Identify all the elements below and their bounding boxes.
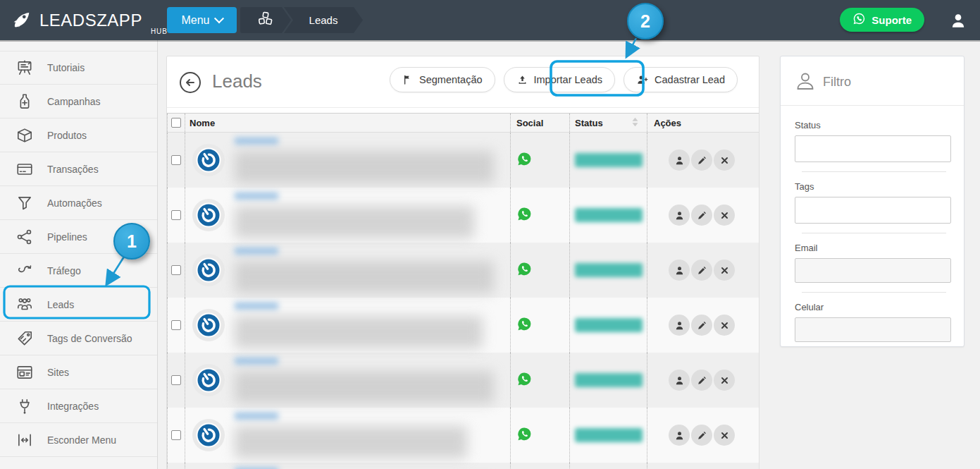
breadcrumb-current-label: Leads [309, 14, 338, 26]
cadastrar-lead-button[interactable]: Cadastrar Lead [624, 67, 738, 92]
edit-lead-button[interactable] [691, 150, 712, 171]
delete-lead-button[interactable] [714, 260, 735, 281]
app-logo: LEADSZAPP HUB [11, 0, 168, 40]
view-lead-button[interactable] [669, 260, 690, 281]
sidebar-item-esconder-menu[interactable]: Esconder Menu [0, 423, 157, 457]
sidebar-item-label: Leads [47, 299, 74, 310]
annotation-step-2: 2 [627, 3, 664, 39]
sidebar-item-label: Tutoriais [47, 62, 85, 73]
person-icon [674, 155, 685, 166]
leads-table: Nome Social Status Ações [167, 113, 759, 469]
person-outline-icon [794, 70, 817, 95]
filter-body: Status Tags Email Celular [781, 106, 964, 342]
menu-button-label: Menu [181, 14, 209, 27]
support-button[interactable]: Suporte [840, 8, 924, 32]
status-badge-blurred [575, 208, 643, 222]
edit-lead-button[interactable] [691, 260, 712, 281]
select-all-checkbox[interactable] [171, 118, 181, 128]
row-checkbox[interactable] [171, 265, 181, 275]
delete-lead-button[interactable] [714, 370, 735, 391]
view-lead-button[interactable] [669, 315, 690, 336]
brand-suffix: HUB [151, 28, 168, 35]
pencil-icon [697, 375, 707, 386]
importar-leads-button[interactable]: Importar Leads [504, 67, 616, 92]
filter-celular-input[interactable] [795, 317, 951, 342]
upload-icon [516, 74, 528, 86]
breadcrumb-current[interactable]: Leads [284, 7, 363, 33]
view-lead-button[interactable] [669, 425, 690, 446]
sidebar-item-label: Sites [47, 367, 69, 378]
column-header-social: Social [516, 118, 543, 128]
sidebar-item-produtos[interactable]: Produtos [0, 118, 157, 152]
edit-lead-button[interactable] [691, 425, 712, 446]
delete-lead-button[interactable] [714, 315, 735, 336]
table-row [167, 463, 759, 469]
table-row [167, 298, 759, 353]
filter-email-input[interactable] [795, 258, 951, 283]
cadastrar-lead-button-label: Cadastrar Lead [655, 74, 725, 85]
sidebar-item-tutoriais[interactable]: Tutoriais [0, 51, 157, 85]
lead-name-blurred[interactable] [235, 303, 483, 348]
close-icon [720, 266, 729, 275]
filter-panel: Filtro Status Tags Email Celular [780, 56, 965, 347]
close-icon [720, 156, 729, 165]
whatsapp-icon [852, 12, 866, 28]
page-title: Leads [212, 71, 262, 92]
edit-lead-button[interactable] [691, 205, 712, 226]
person-icon [674, 430, 685, 441]
sidebar-item-transacoes[interactable]: Transações [0, 152, 157, 186]
sidebar-item-automacoes[interactable]: Automações [0, 186, 157, 220]
lead-name-blurred[interactable] [235, 358, 494, 403]
view-lead-button[interactable] [669, 150, 690, 171]
delete-lead-button[interactable] [714, 150, 735, 171]
row-checkbox[interactable] [171, 375, 181, 385]
status-badge-blurred [575, 263, 643, 277]
menu-button[interactable]: Menu [167, 7, 237, 33]
view-lead-button[interactable] [669, 370, 690, 391]
box-icon [15, 126, 35, 145]
filter-status-input[interactable] [795, 135, 951, 162]
leads-panel: Leads Segmentação Importar Leads [166, 56, 759, 469]
filter-tags-input[interactable] [795, 197, 951, 224]
column-header-status: Status [575, 118, 603, 128]
flag-icon [402, 74, 414, 85]
tag-icon [15, 329, 35, 348]
lead-name-blurred[interactable] [235, 138, 494, 183]
sidebar-item-campanhas[interactable]: Campanhas [0, 85, 157, 118]
row-checkbox[interactable] [171, 155, 181, 165]
view-lead-button[interactable] [669, 205, 690, 226]
leads-panel-header: Leads Segmentação Importar Leads [167, 56, 759, 108]
modules-icon [257, 11, 274, 30]
filter-panel-header: Filtro [781, 56, 964, 106]
delete-lead-button[interactable] [714, 205, 735, 226]
whatsapp-icon [516, 316, 533, 335]
back-button[interactable] [180, 72, 201, 93]
sidebar-item-tags-de-conversao[interactable]: Tags de Conversão [0, 322, 157, 355]
pencil-icon [697, 320, 707, 331]
sidebar-item-label: Campanhas [47, 96, 101, 107]
whatsapp-icon [516, 371, 533, 390]
lead-name-blurred[interactable] [235, 413, 467, 458]
person-icon [674, 375, 685, 386]
column-header-nome: Nome [190, 118, 215, 128]
lead-name-blurred[interactable] [235, 248, 494, 293]
user-profile-icon[interactable] [949, 11, 967, 30]
table-row [167, 243, 759, 298]
close-icon [720, 211, 729, 220]
sidebar-item-sites[interactable]: Sites [0, 355, 157, 389]
edit-lead-button[interactable] [691, 315, 712, 336]
breadcrumb-home[interactable] [240, 7, 291, 33]
sidebar-item-leads[interactable]: Leads [0, 288, 157, 322]
credit-card-icon [15, 159, 35, 179]
lead-name-blurred[interactable] [235, 193, 474, 238]
sidebar-item-label: Produtos [47, 130, 87, 141]
row-checkbox[interactable] [171, 430, 181, 440]
row-checkbox[interactable] [171, 320, 181, 330]
edit-lead-button[interactable] [691, 370, 712, 391]
sidebar-item-integracoes[interactable]: Integrações [0, 389, 157, 423]
sort-icon[interactable] [631, 116, 640, 130]
segmentacao-button[interactable]: Segmentação [390, 67, 495, 92]
close-icon [720, 321, 729, 330]
delete-lead-button[interactable] [714, 425, 735, 446]
row-checkbox[interactable] [171, 210, 181, 220]
